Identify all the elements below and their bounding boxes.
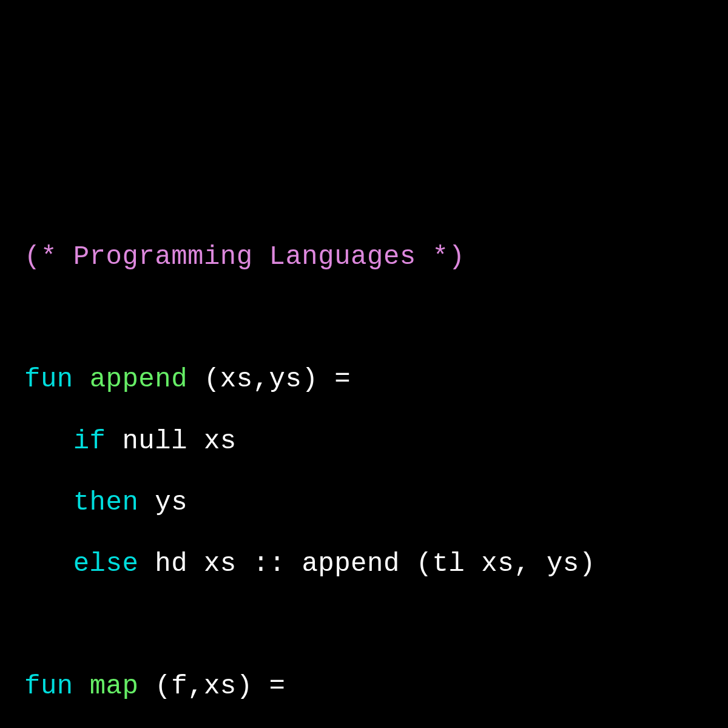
code-text: ys: [138, 487, 187, 517]
keyword-fun: fun: [24, 364, 73, 394]
blank-line: [24, 610, 704, 641]
indent: [24, 487, 73, 517]
blank-line: [24, 303, 704, 334]
keyword-else: else: [73, 548, 139, 579]
code-text: (f,xs) =: [138, 671, 285, 701]
code-text: null xs: [106, 426, 237, 456]
indent: [24, 426, 73, 456]
code-line-1: (* Programming Languages *): [24, 241, 704, 272]
code-line-5: then ys: [24, 487, 704, 518]
indent: [24, 548, 73, 579]
code-line-6: else hd xs :: append (tl xs, ys): [24, 548, 704, 579]
function-name-map: map: [90, 671, 139, 701]
code-line-8: fun map (f,xs) =: [24, 671, 704, 702]
keyword-then: then: [73, 487, 139, 517]
function-name-append: append: [90, 364, 187, 394]
code-line-3: fun append (xs,ys) =: [24, 364, 704, 395]
keyword-fun: fun: [24, 671, 73, 701]
comment-text: (* Programming Languages *): [24, 241, 465, 272]
code-block: (* Programming Languages *) fun append (…: [24, 211, 704, 728]
code-text: hd xs :: append (tl xs, ys): [138, 548, 595, 579]
keyword-if: if: [73, 426, 106, 456]
code-line-4: if null xs: [24, 426, 704, 457]
code-text: (xs,ys) =: [187, 364, 351, 394]
